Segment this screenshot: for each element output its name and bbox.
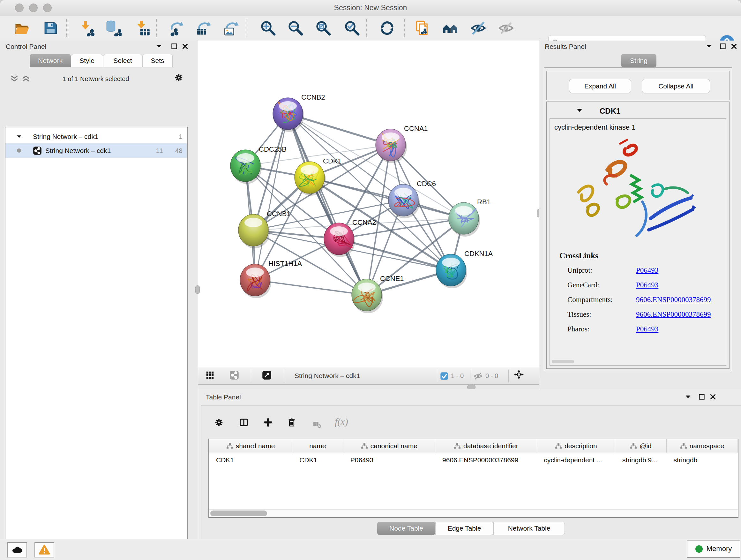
tab-network[interactable]: Network: [30, 54, 71, 67]
cloud-status-button[interactable]: [7, 542, 27, 557]
network-node-CCNA1[interactable]: [376, 129, 407, 163]
zoom-out-icon[interactable]: [286, 18, 305, 38]
control-panel-close-icon[interactable]: [180, 42, 190, 51]
zoom-in-icon[interactable]: [259, 18, 277, 38]
crosslink-link[interactable]: 9606.ENSP00000378699: [636, 310, 711, 319]
column-header-name[interactable]: name: [292, 439, 343, 453]
collection-expander-icon[interactable]: [14, 132, 24, 141]
network-node-RB1[interactable]: [449, 202, 480, 237]
tab-style[interactable]: Style: [71, 54, 103, 67]
network-node-CCNE1[interactable]: [352, 279, 383, 313]
tab-network-table[interactable]: Network Table: [493, 522, 565, 535]
crosslink-link[interactable]: 9606.ENSP00000378699: [636, 296, 711, 304]
node-label: CDC25B: [259, 145, 286, 153]
birdseye-navigator-icon[interactable]: [262, 370, 272, 380]
network-node-CCNA2[interactable]: [324, 223, 355, 257]
collapse-all-button[interactable]: Collapse All: [642, 79, 710, 93]
expand-all-button[interactable]: Expand All: [569, 79, 631, 93]
results-panel-float-icon[interactable]: [718, 42, 728, 51]
table-delete-icon[interactable]: [287, 418, 296, 427]
table-cell[interactable]: CDK1: [209, 453, 292, 467]
table-panel: Table Panel f(x) shared name name canoni…: [198, 389, 741, 539]
results-hscroll-thumb[interactable]: [552, 360, 574, 363]
bottom-splitter-handle[interactable]: [467, 385, 475, 389]
node-label: RB1: [477, 198, 491, 206]
column-header-namespace[interactable]: namespace: [667, 439, 738, 453]
zoom-selected-icon[interactable]: [343, 18, 361, 38]
share-view-icon[interactable]: [229, 370, 239, 380]
column-header-canonical-name[interactable]: canonical name: [343, 439, 435, 453]
cloud-icon: [11, 544, 23, 556]
import-table-from-file-icon[interactable]: [133, 18, 151, 38]
table-cell[interactable]: P06493: [343, 453, 435, 467]
expand-all-tree-icon[interactable]: [21, 74, 30, 83]
import-network-from-file-icon[interactable]: [77, 18, 96, 38]
control-panel: Control Panel NetworkStyleSelectSets 1 o…: [0, 41, 198, 539]
table-panel-menu-icon[interactable]: [683, 392, 693, 401]
hide-graphics-details-icon[interactable]: [469, 18, 488, 38]
tab-select[interactable]: Select: [103, 54, 142, 67]
save-session-icon[interactable]: [41, 18, 60, 38]
show-graphics-details-icon[interactable]: [497, 18, 515, 38]
tab-string[interactable]: String: [621, 54, 657, 67]
table-cell[interactable]: stringdb: [667, 453, 738, 467]
selected-checkbox-icon[interactable]: [440, 371, 449, 381]
control-panel-float-icon[interactable]: [170, 42, 179, 51]
export-table-icon[interactable]: [194, 18, 212, 38]
table-cell[interactable]: stringdb:9...: [615, 453, 666, 467]
home-navigator-icon[interactable]: [441, 18, 460, 38]
open-file-icon[interactable]: [12, 18, 31, 38]
column-header-database-identifier[interactable]: database identifier: [435, 439, 537, 453]
table-cell[interactable]: cyclin-dependent ...: [537, 453, 615, 467]
collapse-all-tree-icon[interactable]: [10, 74, 19, 83]
section-collapse-icon[interactable]: [575, 106, 584, 115]
table-gear-icon[interactable]: [214, 418, 224, 427]
table-columns-icon[interactable]: [239, 418, 249, 427]
shared-column-fork-icon: [555, 442, 562, 449]
import-network-from-database-icon[interactable]: [104, 18, 123, 38]
table-panel-float-icon[interactable]: [697, 392, 706, 401]
table-cell[interactable]: CDK1: [292, 453, 343, 467]
column-header--id[interactable]: @id: [615, 439, 666, 453]
network-selector-text: 1 of 1 Network selected: [38, 75, 153, 83]
network-collection-row[interactable]: String Network – cdk1 1: [5, 129, 187, 144]
update-network-icon[interactable]: [378, 18, 396, 38]
collection-count: 1: [179, 133, 183, 140]
crosslink-link[interactable]: P06493: [636, 281, 658, 289]
table-panel-close-icon[interactable]: [708, 392, 718, 401]
network-node-CDKN1A[interactable]: [436, 254, 467, 288]
export-image-icon[interactable]: [222, 18, 240, 38]
tab-node-table[interactable]: Node Table: [377, 522, 435, 535]
network-node-CDC25B[interactable]: [230, 150, 262, 184]
network-node-HIST1H1A[interactable]: [240, 264, 271, 298]
table-add-icon[interactable]: [263, 418, 273, 427]
table-hscroll-thumb[interactable]: [210, 510, 267, 516]
crosslink-link[interactable]: P06493: [636, 266, 658, 274]
table-cell[interactable]: 9606.ENSP00000378699: [435, 453, 537, 467]
column-header-shared-name[interactable]: shared name: [209, 439, 292, 453]
network-row[interactable]: String Network – cdk1 11 48: [5, 143, 187, 158]
crosslink-link[interactable]: P06493: [636, 325, 658, 333]
shared-column-fork-icon: [680, 442, 687, 449]
network-current-dot-icon: [17, 148, 21, 152]
network-options-gear-icon[interactable]: [174, 73, 184, 82]
tab-sets[interactable]: Sets: [142, 54, 173, 67]
grid-view-icon[interactable]: [205, 370, 215, 380]
network-canvas[interactable]: CCNB2CCNA1CDC25BCDK1CDC6RB1CCNB1CCNA2CDK…: [198, 41, 539, 367]
results-panel-close-icon[interactable]: [729, 42, 739, 51]
tab-edge-table[interactable]: Edge Table: [435, 522, 493, 535]
crosslink-label: GeneCard:: [567, 281, 636, 289]
memory-button[interactable]: Memory: [687, 540, 740, 558]
clone-network-icon[interactable]: [413, 18, 431, 38]
control-panel-menu-icon[interactable]: [154, 42, 164, 51]
results-panel-menu-icon[interactable]: [704, 42, 714, 51]
warning-status-button[interactable]: [35, 542, 54, 557]
hidden-eye-slash-icon[interactable]: [473, 371, 483, 381]
left-splitter-handle[interactable]: [195, 286, 200, 294]
table-hscrollbar[interactable]: [209, 509, 738, 517]
network-node-CDK1[interactable]: [294, 162, 326, 196]
crosshair-move-icon[interactable]: [514, 370, 524, 379]
column-header-description[interactable]: description: [537, 439, 616, 453]
export-network-icon[interactable]: [166, 18, 185, 38]
zoom-fit-content-icon[interactable]: [314, 18, 333, 38]
